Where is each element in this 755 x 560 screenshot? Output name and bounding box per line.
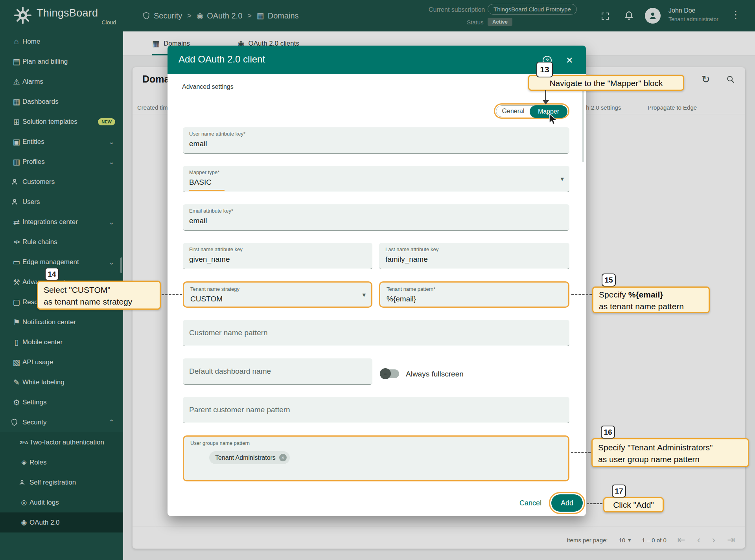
field-placeholder: Customer name pattern: [189, 329, 268, 337]
field-label: Email attribute key*: [189, 208, 233, 214]
user-groups-name-pattern-field[interactable]: User groups name pattern Tenant Administ…: [183, 435, 569, 481]
annotation-13-arrowhead: [543, 100, 549, 105]
annotation-17-callout: Click "Add": [603, 497, 664, 512]
first-name-attribute-key-field[interactable]: First name attribute key given_name: [183, 243, 372, 269]
field-value: family_name: [385, 255, 428, 264]
annotation-17-number: 17: [612, 485, 626, 498]
field-label: Mapper type*: [189, 169, 219, 175]
annotation-text: Specify %{email}: [599, 289, 703, 301]
chevron-down-icon: [362, 290, 366, 299]
chevron-down-icon: [560, 175, 564, 183]
field-value: BASIC: [189, 178, 212, 187]
annotation-text: Navigate to the "Mapper" block: [549, 79, 663, 88]
annotation-text: Specify "Tenant Administrators": [598, 442, 742, 454]
email-attribute-key-field[interactable]: Email attribute key* email: [183, 204, 569, 231]
always-fullscreen-label: Always fullscreen: [406, 370, 464, 378]
annotation-13-number: 13: [536, 62, 553, 77]
dialog-title: Add OAuth 2.0 client: [179, 54, 265, 65]
annotation-text: as user group name pattern: [598, 454, 742, 465]
dialog-header: Add OAuth 2.0 client ?: [168, 46, 586, 74]
annotation-14-number: 14: [45, 268, 59, 281]
field-value: given_name: [189, 255, 230, 264]
field-placeholder: Default dashboard name: [189, 367, 271, 376]
field-value: %{email}: [387, 295, 416, 303]
annotation-15-callout: Specify %{email} as tenant name pattern: [592, 286, 710, 313]
chip-remove-icon[interactable]: [279, 454, 287, 461]
annotation-16-number: 16: [601, 426, 615, 439]
user-group-chip[interactable]: Tenant Administrators: [209, 451, 290, 464]
always-fullscreen-toggle[interactable]: [381, 369, 399, 378]
annotation-15-number: 15: [602, 274, 616, 286]
annotation-15-connector: [571, 294, 592, 295]
basic-annotation-underline: [189, 190, 225, 191]
field-label: Tenant name pattern*: [387, 286, 435, 292]
toggle-thumb: [380, 368, 391, 379]
username-attribute-key-field[interactable]: User name attribute key* email: [183, 127, 569, 154]
chip-label: Tenant Administrators: [215, 454, 276, 461]
annotation-13-callout: Navigate to the "Mapper" block: [528, 75, 684, 91]
field-value: CUSTOM: [190, 295, 223, 303]
annotation-14-callout: Select "CUSTOM" as tenant name strategy: [37, 281, 161, 310]
field-label: First name attribute key: [189, 246, 243, 252]
annotation-16-connector: [571, 452, 591, 453]
parent-customer-name-pattern-field[interactable]: Parent customer name pattern: [183, 397, 569, 423]
annotation-13-arrow: [545, 90, 546, 101]
annotation-text: Select "CUSTOM": [44, 284, 154, 296]
mapper-type-select[interactable]: Mapper type* BASIC: [183, 166, 569, 192]
annotation-text: Click "Add": [613, 500, 654, 509]
field-label: User name attribute key*: [189, 131, 245, 137]
last-name-attribute-key-field[interactable]: Last name attribute key family_name: [379, 243, 569, 269]
field-placeholder: Parent customer name pattern: [189, 406, 290, 414]
cursor-icon: [548, 113, 558, 125]
field-value: email: [189, 217, 207, 225]
close-icon[interactable]: [566, 55, 573, 66]
tenant-name-pattern-field[interactable]: Tenant name pattern* %{email}: [379, 281, 569, 308]
cancel-button[interactable]: Cancel: [517, 494, 544, 512]
default-dashboard-name-field[interactable]: Default dashboard name: [183, 358, 372, 385]
toggle-general-button[interactable]: General: [496, 106, 530, 117]
app-root: ThingsBoard Cloud Security OAuth 2.0 Dom…: [0, 0, 755, 560]
annotation-text: as tenant name strategy: [44, 296, 154, 308]
add-button[interactable]: Add: [551, 494, 583, 512]
field-label: Tenant name strategy: [190, 286, 239, 292]
section-title: Advanced settings: [182, 83, 234, 90]
tenant-name-strategy-select[interactable]: Tenant name strategy CUSTOM: [183, 281, 372, 308]
annotation-text: as tenant name pattern: [599, 301, 703, 312]
field-value: email: [189, 140, 207, 148]
add-oauth-client-dialog: Add OAuth 2.0 client ? Advanced settings…: [168, 46, 586, 516]
dialog-scrollbar[interactable]: [582, 82, 584, 162]
field-label: Last name attribute key: [385, 246, 438, 252]
annotation-14-connector: [162, 294, 182, 295]
annotation-16-callout: Specify "Tenant Administrators" as user …: [591, 438, 749, 467]
annotation-17-connector: [587, 503, 602, 504]
customer-name-pattern-field[interactable]: Customer name pattern: [183, 320, 569, 346]
field-label: User groups name pattern: [190, 440, 250, 446]
